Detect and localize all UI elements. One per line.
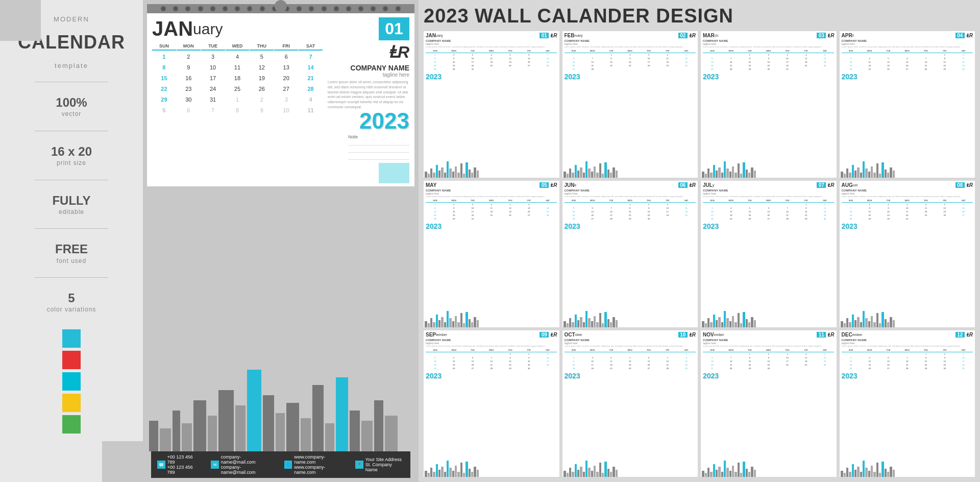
mini-date: 19	[621, 363, 640, 367]
mini-date: 9	[759, 57, 778, 60]
mini-date: 25	[722, 217, 741, 221]
spiral-tooth	[185, 6, 191, 12]
feature-font-sub: font used	[55, 257, 88, 266]
month-skyline	[840, 456, 975, 477]
mini-building	[567, 473, 569, 477]
mini-date: 1	[677, 352, 696, 356]
mini-building	[444, 173, 446, 178]
mini-date: 25	[917, 213, 936, 217]
mini-building	[591, 471, 593, 477]
month-num: 04	[955, 33, 965, 38]
mini-building	[724, 161, 726, 178]
cal-date: 19	[250, 74, 274, 84]
mini-date: 4	[677, 203, 696, 206]
month-card-12: DECember 12 ⱠR COMPANY NAME tagline here…	[840, 330, 975, 477]
mini-dates: 1234567891011121314151617181920212223242…	[842, 203, 973, 221]
month-card-10: OCTober 10 ⱠR COMPANY NAME tagline here …	[562, 330, 698, 477]
mini-date: 7	[602, 206, 621, 210]
mini-day-label: WED	[621, 348, 640, 352]
mini-date: 17	[778, 359, 797, 363]
mini-date: 5	[816, 352, 835, 356]
mini-date	[640, 67, 658, 71]
mini-date: 4	[722, 206, 741, 210]
mini-date: 6	[703, 356, 722, 359]
month-card-name: JANuary	[426, 33, 538, 38]
mini-date: 2	[879, 203, 898, 206]
mini-building	[577, 320, 579, 327]
mini-building	[710, 322, 713, 327]
mini-building	[718, 317, 721, 327]
mini-date: 14	[658, 359, 677, 363]
mini-date: 9	[565, 359, 583, 363]
mini-date: 25	[658, 64, 677, 67]
building	[276, 413, 285, 451]
mini-building	[748, 472, 750, 477]
mini-date: 21	[538, 60, 557, 64]
location-icon: 📍	[355, 461, 363, 469]
mini-building	[734, 472, 737, 477]
cal-date: 1	[152, 52, 176, 62]
mini-date: 24	[954, 363, 973, 367]
mini-date: 7	[583, 57, 602, 60]
mini-date: 11	[602, 359, 621, 363]
cal-date: 6	[177, 106, 201, 116]
mini-building	[602, 174, 604, 178]
mini-date: 26	[816, 64, 835, 67]
mini-date: 11	[482, 206, 501, 210]
mini-building	[430, 168, 432, 178]
mini-date: 9	[445, 57, 463, 60]
mini-date: 12	[677, 57, 696, 60]
mini-date: 5	[860, 356, 879, 359]
mini-days-header: SUNMONTUEWEDTHUFRISAT	[565, 199, 696, 203]
mini-building	[577, 171, 579, 178]
mini-building	[594, 316, 596, 327]
mini-building	[860, 322, 862, 327]
mini-date	[621, 352, 640, 356]
mini-building	[857, 467, 860, 477]
mini-date: 10	[583, 359, 602, 363]
mini-building	[713, 315, 715, 327]
mini-date: 5	[501, 203, 520, 206]
month-skyline	[562, 307, 698, 327]
mini-date: 20	[565, 64, 583, 67]
months-grid: JANuary 01 ⱠR COMPANY NAME tagline here …	[424, 31, 975, 477]
mini-date: 8	[426, 206, 445, 210]
month-card-11: NOVember 11 ⱠR COMPANY NAME tagline here…	[701, 330, 837, 477]
mini-date: 10	[463, 206, 482, 210]
spiral-tooth	[198, 6, 204, 12]
mini-date: 30	[520, 367, 538, 370]
mini-dates: 1234567891011121314151617181920212223242…	[703, 352, 835, 370]
mini-date: 17	[583, 363, 602, 367]
mini-date: 26	[565, 217, 583, 221]
cal-days-header: SUN MON TUE WED THU FRI SAT	[152, 42, 323, 51]
mini-building	[740, 473, 742, 477]
month-mini-grid: SUNMONTUEWEDTHUFRISAT 123456789101112131…	[424, 48, 559, 72]
building	[325, 423, 334, 451]
mini-date	[816, 367, 835, 370]
feature-vector-sub: vector	[56, 110, 87, 118]
note-line	[348, 139, 409, 146]
mini-day-label: WED	[759, 199, 778, 203]
mini-date: 19	[816, 60, 835, 64]
mini-date: 29	[501, 367, 520, 370]
mini-days-header: SUNMONTUEWEDTHUFRISAT	[842, 348, 973, 352]
mini-date	[703, 203, 722, 206]
mini-date: 26	[816, 363, 835, 367]
mini-day-label: FRI	[935, 49, 954, 53]
mini-date: 17	[898, 210, 917, 213]
mini-day-label: THU	[917, 199, 936, 203]
mini-date: 31	[463, 217, 482, 221]
swatch-green	[62, 415, 81, 433]
cal-date: 18	[226, 74, 250, 84]
month-card-top: JUNe 06 ⱠR	[562, 181, 698, 189]
mini-building	[441, 467, 444, 477]
mini-date: 3	[463, 203, 482, 206]
company-name: COMPANY NAME	[351, 64, 409, 72]
mini-date: 13	[703, 359, 722, 363]
mini-dates: 1234567891011121314151617181920212223242…	[842, 352, 973, 370]
wall-calendar-section: 2023 WALL CALANDER DESIGN JANuary 01 ⱠR …	[419, 0, 980, 482]
month-card-name: SEPtember	[426, 332, 538, 338]
company-tagline: tagline here	[383, 72, 409, 78]
mini-building	[746, 170, 748, 178]
month-mini-grid: SUNMONTUEWEDTHUFRISAT 123456789101112131…	[701, 198, 837, 222]
